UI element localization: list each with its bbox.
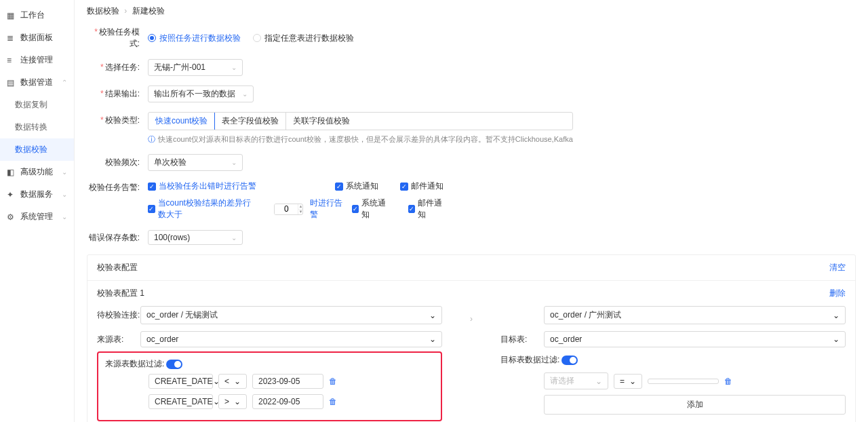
label-dst-filter: 目标表数据过滤: — [500, 354, 561, 366]
chevron-down-icon: ⌄ — [231, 159, 237, 166]
type-quick-count[interactable]: 快速count校验 — [149, 113, 215, 130]
sidebar-item-service[interactable]: ✦数据服务⌄ — [0, 183, 74, 206]
btn-dst-add-filter[interactable]: 添加 — [544, 395, 846, 415]
dst-filter-field-0[interactable]: 请选择⌄ — [544, 372, 608, 389]
trash-icon[interactable]: 🗑 — [724, 377, 732, 386]
verify-type-info: ⓘ快速count仅对源表和目标表的行数进行count校验，速度极快，但是不会展示… — [148, 134, 573, 145]
src-filter-field-1[interactable]: CREATE_DATE⌄ — [149, 394, 213, 409]
sidebar-item-connection[interactable]: ≡连接管理 — [0, 49, 74, 71]
chk-sys-notify-1[interactable]: ✓系统通知 — [335, 180, 378, 192]
label-result-output: *结果输出: — [87, 88, 148, 100]
advanced-icon: ◧ — [7, 168, 16, 177]
src-filter-op-1[interactable]: >⌄ — [218, 394, 247, 409]
switch-src-filter[interactable] — [166, 360, 182, 369]
chevron-down-icon: ⌄ — [429, 311, 436, 320]
pipeline-icon: ▤ — [7, 78, 16, 88]
select-dst-table[interactable]: oc_order⌄ — [544, 331, 846, 347]
dashboard-icon: ▦ — [7, 11, 16, 20]
dst-filter-op-0[interactable]: =⌄ — [614, 374, 642, 389]
panel-clear[interactable]: 清空 — [829, 262, 846, 273]
select-result-output[interactable]: 输出所有不一致的数据⌄ — [148, 85, 254, 102]
label-frequency: 校验频次: — [87, 157, 148, 168]
radio-by-task[interactable]: 按照任务进行数据校验 — [148, 33, 241, 44]
label-task-mode: *校验任务模式: — [87, 26, 148, 50]
chevron-down-icon: ⌄ — [833, 311, 840, 320]
board-icon: ≣ — [7, 33, 16, 43]
label-dst-table: 目标表: — [500, 334, 544, 345]
src-filter-val-1[interactable]: 2022-09-05 — [252, 394, 323, 409]
chevron-down-icon: ⌄ — [429, 334, 436, 344]
chevron-down-icon: ⌄ — [242, 90, 248, 98]
src-filter-field-0[interactable]: CREATE_DATE⌄ — [149, 374, 213, 389]
chk-mail-notify-2[interactable]: ✓邮件通知 — [408, 197, 443, 220]
alarm-diff-suffix: 时进行告警 — [310, 197, 344, 220]
sidebar-item-pipeline[interactable]: ▤数据管道⌃ — [0, 71, 74, 94]
panel-title: 校验表配置 — [97, 262, 138, 273]
chevron-down-icon: ⌄ — [231, 234, 237, 242]
gear-icon: ⚙ — [7, 212, 16, 222]
label-verify-type: *校验类型: — [87, 112, 148, 126]
chk-sys-notify-2[interactable]: ✓系统通知 — [352, 197, 387, 220]
sidebar-item-system[interactable]: ⚙系统管理⌄ — [0, 206, 74, 228]
verify-type-group: 快速count校验 表全字段值校验 关联字段值校验 — [148, 112, 573, 130]
src-filter-op-0[interactable]: <⌄ — [218, 374, 247, 389]
label-error-keep: 错误保存条数: — [87, 232, 148, 244]
label-src-table: 来源表: — [97, 334, 140, 345]
switch-dst-filter[interactable] — [561, 356, 578, 365]
info-icon: ⓘ — [148, 134, 155, 145]
label-src-conn: 待校验连接: — [97, 309, 140, 321]
label-alarm: 校验任务告警: — [87, 180, 148, 193]
sidebar-item-copy[interactable]: 数据复制 — [0, 94, 74, 116]
label-select-task: *选择任务: — [87, 62, 148, 73]
breadcrumb-root[interactable]: 数据校验 — [87, 6, 119, 16]
chevron-down-icon: ⌄ — [62, 213, 67, 220]
chevron-up-icon: ⌃ — [62, 79, 67, 86]
main-content: 数据校验 › 新建校验 *校验任务模式: 按照任务进行数据校验 指定任意表进行数… — [75, 0, 868, 422]
dst-filter-val-0[interactable] — [648, 379, 719, 384]
chevron-down-icon: ⌄ — [231, 64, 237, 71]
chevron-down-icon: ⌄ — [62, 168, 67, 176]
panel-delete[interactable]: 删除 — [829, 288, 846, 299]
type-full-field[interactable]: 表全字段值校验 — [215, 113, 286, 130]
sidebar-item-transform[interactable]: 数据转换 — [0, 116, 74, 138]
select-src-table[interactable]: oc_order⌄ — [140, 331, 442, 347]
breadcrumb-current: 新建校验 — [132, 6, 165, 16]
select-src-conn[interactable]: oc_order / 无锡测试⌄ — [140, 306, 442, 324]
sidebar-item-advanced[interactable]: ◧高级功能⌄ — [0, 161, 74, 183]
chevron-down-icon: ⌄ — [62, 191, 67, 198]
radio-any-table[interactable]: 指定任意表进行数据校验 — [253, 33, 354, 44]
src-filter-highlight: 来源表数据过滤: CREATE_DATE⌄ <⌄ 2023-09-05 🗑 — [97, 351, 442, 421]
type-rel-field[interactable]: 关联字段值校验 — [286, 113, 357, 130]
select-frequency[interactable]: 单次校验⌄ — [148, 154, 243, 171]
verify-table-panel: 校验表配置 清空 校验表配置 1 删除 待校验连接: oc_order / 无锡… — [87, 254, 856, 422]
chk-alarm-on-diff[interactable]: ✓当count校验结果的差异行数大于 — [148, 197, 258, 220]
chk-mail-notify-1[interactable]: ✓邮件通知 — [400, 180, 443, 192]
select-dst-conn[interactable]: oc_order / 广州测试⌄ — [544, 306, 846, 324]
chk-alarm-on-error[interactable]: ✓当校验任务出错时进行告警 — [148, 180, 256, 192]
label-src-filter: 来源表数据过滤: — [105, 358, 166, 370]
breadcrumb: 数据校验 › 新建校验 — [87, 0, 856, 26]
input-diff-threshold[interactable]: ▲▼ — [274, 204, 303, 215]
sidebar: ▦工作台 ≣数据面板 ≡连接管理 ▤数据管道⌃ 数据复制 数据转换 数据校验 ◧… — [0, 0, 75, 422]
chevron-down-icon: ⌄ — [833, 334, 840, 344]
trash-icon[interactable]: 🗑 — [329, 397, 337, 406]
trash-icon[interactable]: 🗑 — [329, 377, 337, 386]
service-icon: ✦ — [7, 190, 16, 199]
arrow-icon: › — [461, 306, 481, 331]
sidebar-item-workbench[interactable]: ▦工作台 — [0, 4, 74, 26]
sidebar-item-verify[interactable]: 数据校验 — [0, 138, 74, 161]
panel-sub-title: 校验表配置 1 — [97, 288, 144, 299]
select-error-keep[interactable]: 100(rows)⌄ — [148, 230, 243, 245]
link-icon: ≡ — [7, 56, 16, 65]
sidebar-item-databoard[interactable]: ≣数据面板 — [0, 26, 74, 49]
select-task[interactable]: 无锡-广州-001⌄ — [148, 59, 243, 76]
src-filter-val-0[interactable]: 2023-09-05 — [252, 374, 323, 389]
